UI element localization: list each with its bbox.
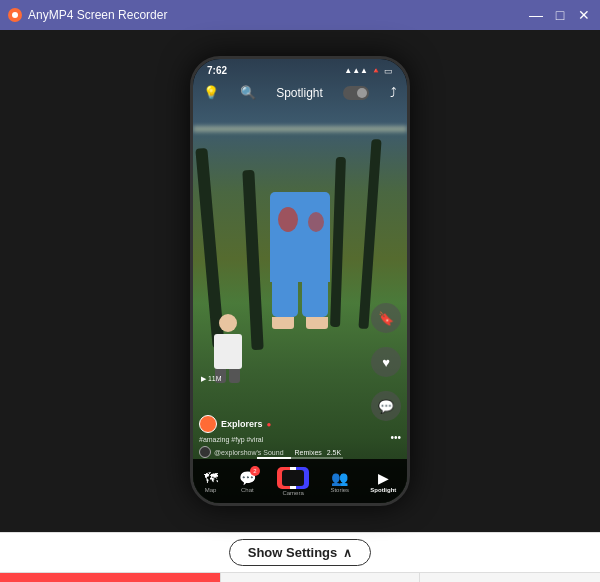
like-item[interactable]: ♥ [371, 347, 401, 377]
app-icon [8, 8, 22, 22]
nav-stories[interactable]: 👥 Stories [330, 470, 349, 493]
mannequin [265, 192, 335, 322]
chevron-up-icon: ∧ [343, 546, 352, 560]
maximize-button[interactable]: □ [552, 8, 568, 22]
jeans [270, 192, 330, 282]
battery-icon: ▭ [384, 66, 393, 76]
bottom-toolbar: Record 📷 SnapShot ≡ Recording history [0, 572, 600, 582]
app-title: AnyMP4 Screen Recorder [28, 8, 167, 22]
person-figure [210, 314, 245, 379]
remix-count: 2.5K [327, 449, 341, 456]
tiktok-bottom-info: Explorers ● #amazing #fyp #viral @explor… [199, 415, 365, 458]
jeans-legs [272, 277, 328, 317]
chat-label: Chat [241, 487, 254, 493]
window-controls: — □ ✕ [528, 8, 592, 22]
camera-inner [282, 470, 304, 486]
bookmark-icon: 🔖 [371, 303, 401, 333]
sound-name: @explorshow's Sound [214, 449, 284, 456]
nav-map[interactable]: 🗺 Map [204, 470, 218, 493]
username[interactable]: Explorers [221, 419, 263, 429]
right-leg [302, 277, 328, 317]
title-bar: AnyMP4 Screen Recorder — □ ✕ [0, 0, 600, 30]
signal-icon: ▲▲▲ [344, 66, 368, 75]
wifi-icon: 🔺 [371, 66, 381, 75]
verified-icon: ● [267, 420, 272, 429]
spotlight-icon: ▶ [378, 470, 389, 486]
left-leg [272, 277, 298, 317]
nav-spotlight[interactable]: ▶ Spotlight [370, 470, 396, 493]
heart-icon: ♥ [371, 347, 401, 377]
stories-icon: 👥 [331, 470, 348, 486]
phone-screen: 7:62 ▲▲▲ 🔺 ▭ 💡 🔍 Spotlight ⤴ ▶ 11M [193, 59, 407, 503]
user-avatar [199, 415, 217, 433]
recording-history-button[interactable]: ≡ Recording history [420, 573, 600, 582]
status-time: 7:62 [207, 65, 227, 76]
person-leg-r [229, 369, 240, 383]
stories-label: Stories [330, 487, 349, 493]
show-settings-button[interactable]: Show Settings ∧ [229, 539, 372, 566]
camera-label: Camera [282, 490, 303, 496]
nav-camera[interactable]: Camera [277, 467, 309, 496]
tiktok-bottom-nav: 🗺 Map 💬 2 Chat Camera � [193, 459, 407, 503]
camera-add-btn[interactable] [277, 467, 309, 489]
pipe-3 [358, 139, 381, 329]
bulb-icon: 💡 [203, 85, 219, 100]
record-button[interactable]: Record [0, 573, 220, 582]
right-leg-skin [306, 317, 328, 329]
chat-badge: 2 [250, 466, 260, 476]
views-label: ▶ 11M [201, 375, 222, 383]
hashtags: #amazing #fyp #viral [199, 436, 365, 443]
share-icon[interactable]: ⤴ [390, 85, 397, 100]
status-icons: ▲▲▲ 🔺 ▭ [344, 66, 393, 76]
search-icon[interactable]: 🔍 [240, 85, 256, 100]
map-label: Map [205, 487, 217, 493]
user-row: Explorers ● [199, 415, 365, 433]
snapshot-button[interactable]: 📷 SnapShot [220, 573, 420, 582]
title-bar-left: AnyMP4 Screen Recorder [8, 8, 167, 22]
spotlight-toggle[interactable] [343, 86, 369, 100]
remix-label: Remixes [295, 449, 322, 456]
sound-disc-icon [199, 446, 211, 458]
nav-chat[interactable]: 💬 2 Chat [239, 470, 256, 493]
map-icon: 🗺 [204, 470, 218, 486]
minimize-button[interactable]: — [528, 8, 544, 22]
bookmark-item[interactable]: 🔖 [371, 303, 401, 333]
status-bar: 7:62 ▲▲▲ 🔺 ▭ [193, 65, 407, 76]
phone-frame: 7:62 ▲▲▲ 🔺 ▭ 💡 🔍 Spotlight ⤴ ▶ 11M [190, 56, 410, 506]
close-button[interactable]: ✕ [576, 8, 592, 22]
comment-item[interactable]: 💬 [371, 391, 401, 423]
person-head [219, 314, 237, 332]
spotlight-title: Spotlight [276, 86, 323, 100]
chat-icon: 💬 2 [239, 470, 256, 486]
spotlight-nav-label: Spotlight [370, 487, 396, 493]
more-options[interactable]: ••• [390, 432, 401, 443]
person-body [214, 334, 242, 369]
show-settings-bar: Show Settings ∧ [0, 532, 600, 572]
show-settings-label: Show Settings [248, 545, 338, 560]
comment-icon: 💬 [371, 391, 401, 421]
tiktok-sidebar: 🔖 ♥ 💬 [371, 303, 401, 423]
left-leg-skin [272, 317, 294, 329]
tiktok-topbar: 💡 🔍 Spotlight ⤴ [193, 81, 407, 104]
main-area: 7:62 ▲▲▲ 🔺 ▭ 💡 🔍 Spotlight ⤴ ▶ 11M [0, 30, 600, 532]
